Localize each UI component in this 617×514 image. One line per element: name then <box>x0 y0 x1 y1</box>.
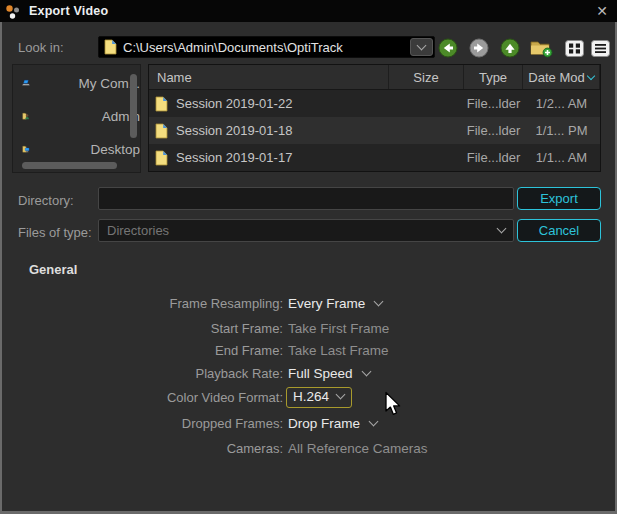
setting-label: Playback Rate: <box>0 366 283 381</box>
files-of-type-select[interactable]: Directories <box>98 219 514 242</box>
setting-label: Start Frame: <box>0 321 283 336</box>
back-icon <box>438 38 458 58</box>
setting-cameras: Cameras: All Reference Cameras <box>0 437 617 459</box>
frame-resampling-dropdown[interactable]: Every Frame <box>288 296 365 311</box>
column-header-date-modified[interactable]: Date Mod <box>523 65 600 89</box>
file-date: 1/1... AM <box>523 150 600 165</box>
setting-start-frame: Start Frame: Take First Frame <box>0 317 617 339</box>
setting-label: Dropped Frames: <box>0 416 283 431</box>
detail-view-button[interactable] <box>589 37 611 59</box>
path-combobox[interactable]: C:\Users\Admin\Documents\OptiTrack <box>98 36 435 58</box>
dialog-title: Export Video <box>29 4 108 18</box>
computer-icon <box>22 73 30 93</box>
file-name: Session 2019-01-22 <box>176 96 292 111</box>
color-video-format-dropdown[interactable]: H.264 <box>286 387 352 408</box>
file-list-header: Name Size Type Date Mod <box>149 65 600 90</box>
places-sidebar: My Com... Admin Desktop <box>12 64 141 173</box>
sidebar-item-desktop[interactable]: Desktop <box>13 134 140 164</box>
up-directory-button[interactable] <box>499 37 521 59</box>
directory-input[interactable] <box>98 187 514 210</box>
list-view-icon <box>591 40 610 57</box>
sidebar-item-label: Admin <box>40 109 140 124</box>
playback-rate-dropdown[interactable]: Full Speed <box>288 366 353 381</box>
start-frame-value: Take First Frame <box>288 321 389 336</box>
setting-end-frame: End Frame: Take Last Frame <box>0 339 617 361</box>
setting-label: Frame Resampling: <box>0 296 283 311</box>
new-folder-button[interactable] <box>527 37 555 59</box>
export-button[interactable]: Export <box>517 187 601 210</box>
sidebar-item-label: Desktop <box>40 142 140 157</box>
icon-view-button[interactable] <box>563 37 585 59</box>
chevron-down-icon <box>417 40 427 50</box>
file-list: Name Size Type Date Mod Session 2019-01-… <box>148 64 601 172</box>
setting-label: Cameras: <box>0 441 283 456</box>
chevron-down-icon <box>336 389 346 399</box>
dropped-frames-dropdown[interactable]: Drop Frame <box>288 416 360 431</box>
file-name: Session 2019-01-18 <box>176 123 292 138</box>
chevron-down-icon <box>497 224 507 234</box>
column-header-name[interactable]: Name <box>149 65 389 89</box>
export-video-dialog: Export Video ✕ Look in: C:\Users\Admin\D… <box>0 0 617 514</box>
file-name: Session 2019-01-17 <box>176 150 292 165</box>
folder-page-icon <box>155 150 168 166</box>
setting-playback-rate: Playback Rate: Full Speed <box>0 362 617 384</box>
look-in-label: Look in: <box>18 40 64 55</box>
cameras-value: All Reference Cameras <box>288 441 428 456</box>
setting-label: Color Video Format: <box>0 390 283 405</box>
folder-page-icon <box>155 96 168 112</box>
files-of-type-label: Files of type: <box>18 225 92 240</box>
directory-label: Directory: <box>18 193 74 208</box>
new-folder-icon <box>529 38 553 58</box>
chevron-down-icon[interactable] <box>369 416 379 426</box>
sidebar-item-admin[interactable]: Admin <box>13 101 140 131</box>
chevron-down-icon[interactable] <box>361 366 371 376</box>
app-logo-icon <box>4 3 22 20</box>
setting-color-video-format: Color Video Format: H.264 <box>0 384 617 410</box>
grid-view-icon <box>565 40 584 57</box>
chevron-down-icon[interactable] <box>374 296 384 306</box>
file-type: File...lder <box>464 96 523 111</box>
setting-frame-resampling: Frame Resampling: Every Frame <box>0 292 617 314</box>
title-bar: Export Video ✕ <box>0 0 617 22</box>
color-video-format-value: H.264 <box>293 389 329 404</box>
forward-button[interactable] <box>468 37 490 59</box>
file-type: File...lder <box>464 150 523 165</box>
mouse-cursor <box>384 391 402 418</box>
table-row[interactable]: Session 2019-01-18 File...lder 1/1... PM <box>149 117 600 144</box>
sidebar-horizontal-scrollbar[interactable] <box>22 162 117 169</box>
setting-label: End Frame: <box>0 343 283 358</box>
setting-dropped-frames: Dropped Frames: Drop Frame <box>0 412 617 434</box>
folder-icon <box>22 171 44 173</box>
sidebar-item-label: My Com... <box>40 76 140 91</box>
up-arrow-icon <box>500 38 520 58</box>
path-dropdown-button[interactable] <box>410 38 433 56</box>
current-path: C:\Users\Admin\Documents\OptiTrack <box>123 40 410 55</box>
end-frame-value: Take Last Frame <box>288 343 389 358</box>
sidebar-item-my-computer[interactable]: My Com... <box>13 68 140 98</box>
close-icon[interactable]: ✕ <box>594 3 610 19</box>
back-button[interactable] <box>437 37 459 59</box>
sidebar-vertical-scrollbar[interactable] <box>130 74 137 138</box>
general-section-title: General <box>29 262 77 277</box>
user-folder-icon <box>22 105 30 127</box>
files-of-type-value: Directories <box>107 223 498 238</box>
table-row[interactable]: Session 2019-01-17 File...lder 1/1... AM <box>149 144 600 171</box>
file-date: 1/1... PM <box>523 123 600 138</box>
sort-descending-icon <box>586 71 594 79</box>
column-header-type[interactable]: Type <box>464 65 523 89</box>
file-type: File...lder <box>464 123 523 138</box>
file-date: 1/2... AM <box>523 96 600 111</box>
folder-page-icon <box>104 39 117 55</box>
folder-page-icon <box>155 123 168 139</box>
table-row[interactable]: Session 2019-01-22 File...lder 1/2... AM <box>149 90 600 117</box>
forward-icon <box>469 38 489 58</box>
column-header-size[interactable]: Size <box>389 65 464 89</box>
desktop-folder-icon <box>22 138 30 160</box>
cancel-button[interactable]: Cancel <box>517 219 601 242</box>
